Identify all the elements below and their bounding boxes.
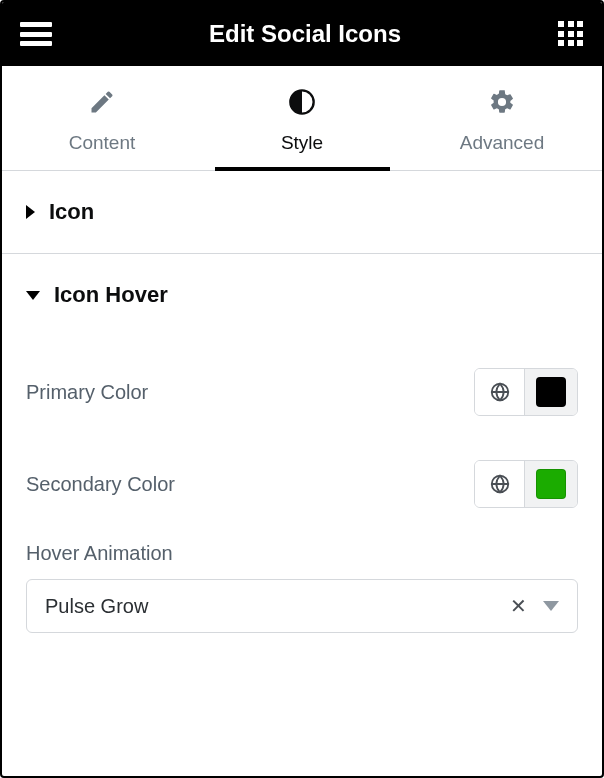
secondary-color-global-button[interactable] [475, 461, 525, 507]
hover-animation-label: Hover Animation [26, 542, 578, 565]
tab-style-label: Style [281, 132, 323, 154]
section-icon-header[interactable]: Icon [2, 171, 602, 253]
primary-color-swatch [536, 377, 566, 407]
section-icon-hover: Icon Hover Primary Color Seconda [2, 254, 602, 663]
secondary-color-swatch-button[interactable] [525, 461, 577, 507]
secondary-color-swatch [536, 469, 566, 499]
editor-header: Edit Social Icons [2, 2, 602, 66]
primary-color-swatch-button[interactable] [525, 369, 577, 415]
clear-selection-button[interactable]: ✕ [510, 594, 527, 618]
hover-animation-row: Hover Animation Pulse Grow ✕ [26, 530, 578, 633]
hover-animation-select[interactable]: Pulse Grow ✕ [26, 579, 578, 633]
primary-color-row: Primary Color [26, 346, 578, 438]
widgets-grid-icon[interactable] [558, 21, 584, 47]
primary-color-control [474, 368, 578, 416]
section-icon-title: Icon [49, 199, 94, 225]
tab-content[interactable]: Content [2, 66, 202, 170]
primary-color-global-button[interactable] [475, 369, 525, 415]
secondary-color-row: Secondary Color [26, 438, 578, 530]
primary-color-label: Primary Color [26, 381, 148, 404]
globe-icon [489, 473, 511, 495]
secondary-color-label: Secondary Color [26, 473, 175, 496]
menu-icon[interactable] [20, 22, 52, 46]
panel-title: Edit Social Icons [52, 20, 558, 48]
caret-right-icon [26, 205, 35, 219]
chevron-down-icon [543, 601, 559, 611]
gear-icon [488, 88, 516, 120]
tab-advanced-label: Advanced [460, 132, 545, 154]
section-icon: Icon [2, 171, 602, 254]
tab-content-label: Content [69, 132, 136, 154]
caret-down-icon [26, 291, 40, 300]
section-icon-hover-title: Icon Hover [54, 282, 168, 308]
tab-style[interactable]: Style [202, 66, 402, 170]
tab-advanced[interactable]: Advanced [402, 66, 602, 170]
pencil-icon [88, 88, 116, 120]
half-circle-icon [288, 88, 316, 120]
hover-animation-value: Pulse Grow [45, 595, 148, 618]
globe-icon [489, 381, 511, 403]
secondary-color-control [474, 460, 578, 508]
panel-tabs: Content Style Advanced [2, 66, 602, 171]
section-icon-hover-header[interactable]: Icon Hover [2, 254, 602, 336]
